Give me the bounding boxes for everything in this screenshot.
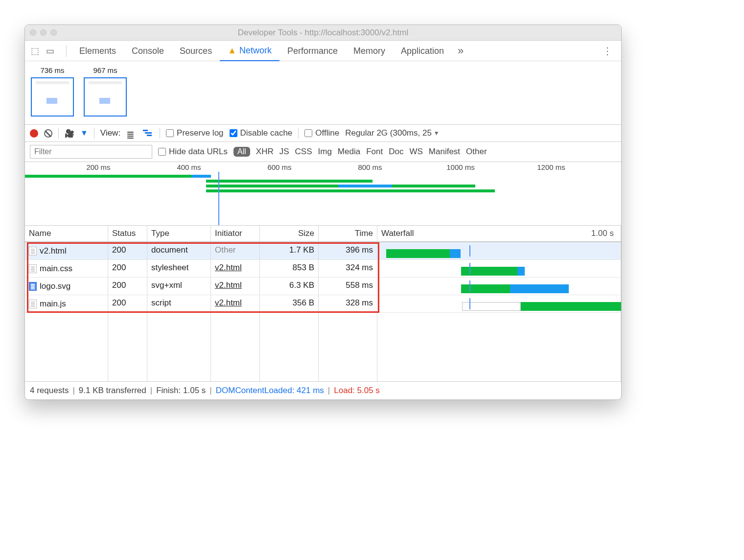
view-waterfall-icon[interactable] <box>143 129 154 137</box>
filmstrip-time-1: 736 ms <box>31 66 74 74</box>
status-transferred: 9.1 KB transferred <box>79 386 146 396</box>
file-icon <box>29 247 37 256</box>
tab-memory[interactable]: Memory <box>346 41 393 61</box>
table-row[interactable]: logo.svg 200 svg+xml v2.html 6.3 KB 558 … <box>25 278 621 295</box>
filmstrip-frame-2[interactable]: 967 ms <box>84 66 127 119</box>
filter-type-manifest[interactable]: Manifest <box>429 147 460 157</box>
inspect-icon[interactable]: ⬚ <box>31 46 39 56</box>
network-table-header: Name Status Type Initiator Size Time Wat… <box>25 226 621 242</box>
view-list-icon[interactable] <box>126 129 137 137</box>
col-waterfall[interactable]: Waterfall 1.00 s <box>377 226 621 241</box>
status-load: Load: 5.05 s <box>334 386 380 396</box>
filter-type-img[interactable]: Img <box>318 147 332 157</box>
network-toolbar: 🎥 ▼ View: Preserve log Disable cache Off… <box>25 125 621 142</box>
filmstrip-time-2: 967 ms <box>84 66 127 74</box>
tab-performance[interactable]: Performance <box>279 41 346 61</box>
filter-icon[interactable]: ▼ <box>80 129 88 138</box>
status-requests: 4 requests <box>30 386 69 396</box>
filter-type-js[interactable]: JS <box>279 147 289 157</box>
filmstrip: 736 ms 967 ms <box>25 61 621 125</box>
col-time[interactable]: Time <box>319 226 377 241</box>
timeline-overview[interactable]: 200 ms 400 ms 600 ms 800 ms 1000 ms 1200… <box>25 162 621 226</box>
record-button[interactable] <box>30 129 38 138</box>
table-row[interactable]: v2.html 200 document Other 1.7 KB 396 ms <box>25 242 621 260</box>
filter-bar: Hide data URLs All XHR JS CSS Img Media … <box>25 142 621 162</box>
tab-elements[interactable]: Elements <box>71 41 124 61</box>
chevron-down-icon: ▼ <box>434 130 440 137</box>
more-tabs-icon[interactable]: » <box>452 45 469 57</box>
status-bar: 4 requests | 9.1 KB transferred | Finish… <box>25 381 621 399</box>
tab-sources[interactable]: Sources <box>172 41 220 61</box>
initiator-link[interactable]: v2.html <box>215 298 242 307</box>
dcl-marker <box>218 172 219 225</box>
table-row[interactable]: main.js 200 script v2.html 356 B 328 ms <box>25 295 621 313</box>
filmstrip-thumb-2 <box>84 77 127 117</box>
offline-checkbox[interactable]: Offline <box>304 128 339 138</box>
status-finish: Finish: 1.05 s <box>156 386 206 396</box>
filter-type-font[interactable]: Font <box>366 147 383 157</box>
filter-type-css[interactable]: CSS <box>295 147 312 157</box>
file-icon <box>29 300 37 308</box>
kebab-menu-icon[interactable]: ⋮ <box>598 45 617 57</box>
hide-data-urls-checkbox[interactable]: Hide data URLs <box>158 147 228 157</box>
filter-type-doc[interactable]: Doc <box>389 147 403 157</box>
file-icon <box>29 282 37 291</box>
disable-cache-checkbox[interactable]: Disable cache <box>230 128 293 138</box>
warning-icon: ▲ <box>228 40 236 61</box>
clear-button[interactable] <box>44 129 52 138</box>
devtools-window: Developer Tools - http://localhost:3000/… <box>24 24 622 400</box>
filter-input[interactable] <box>30 145 152 159</box>
col-type[interactable]: Type <box>147 226 211 241</box>
tab-application[interactable]: Application <box>393 41 452 61</box>
view-label: View: <box>100 128 120 138</box>
titlebar: Developer Tools - http://localhost:3000/… <box>25 25 621 41</box>
filter-type-all[interactable]: All <box>233 147 250 157</box>
filter-type-media[interactable]: Media <box>338 147 360 157</box>
table-row[interactable]: main.css 200 stylesheet v2.html 853 B 32… <box>25 260 621 278</box>
filmstrip-thumb-1 <box>31 77 74 117</box>
filmstrip-frame-1[interactable]: 736 ms <box>31 66 74 119</box>
device-icon[interactable]: ▭ <box>46 46 54 56</box>
filter-type-other[interactable]: Other <box>466 147 487 157</box>
panel-tabs: ⬚ ▭ Elements Console Sources ▲ Network P… <box>25 41 621 61</box>
status-dcl: DOMContentLoaded: 421 ms <box>216 386 324 396</box>
filter-type-ws[interactable]: WS <box>409 147 422 157</box>
throttle-select[interactable]: Regular 2G (300ms, 25 ▼ <box>345 128 440 138</box>
filter-type-xhr[interactable]: XHR <box>256 147 274 157</box>
preserve-log-checkbox[interactable]: Preserve log <box>166 128 223 138</box>
initiator-link[interactable]: v2.html <box>215 280 242 290</box>
col-status[interactable]: Status <box>108 226 147 241</box>
empty-grid <box>25 313 621 381</box>
col-size[interactable]: Size <box>260 226 319 241</box>
tab-console[interactable]: Console <box>124 41 172 61</box>
window-title: Developer Tools - http://localhost:3000/… <box>25 28 621 38</box>
network-table-body: v2.html 200 document Other 1.7 KB 396 ms… <box>25 242 621 381</box>
capture-screenshots-icon[interactable]: 🎥 <box>65 129 74 138</box>
tab-network[interactable]: ▲ Network <box>220 41 279 61</box>
initiator-link[interactable]: v2.html <box>215 263 242 272</box>
col-name[interactable]: Name <box>25 226 108 241</box>
col-initiator[interactable]: Initiator <box>211 226 260 241</box>
file-icon <box>29 264 37 273</box>
